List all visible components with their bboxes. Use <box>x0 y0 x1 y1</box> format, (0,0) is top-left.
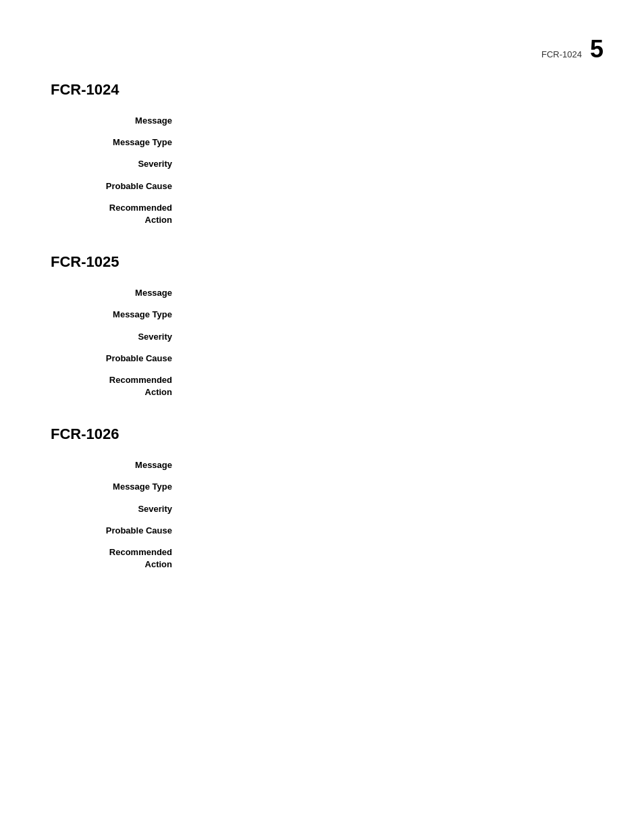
header-page-number: 5 <box>590 37 603 61</box>
header-code: FCR-1024 <box>541 49 582 59</box>
field-row-fcr-1024-3: Probable Cause <box>51 180 590 192</box>
entry-fcr-1026: FCR-1026MessageMessage TypeSeverityProba… <box>51 425 590 571</box>
field-row-fcr-1026-3: Probable Cause <box>51 525 590 537</box>
field-row-fcr-1026-2: Severity <box>51 503 590 515</box>
field-row-fcr-1026-4: RecommendedAction <box>51 546 590 571</box>
field-value-fcr-1024-2 <box>186 158 590 170</box>
entry-fcr-1025: FCR-1025MessageMessage TypeSeverityProba… <box>51 253 590 398</box>
field-row-fcr-1025-1: Message Type <box>51 309 590 321</box>
field-label-fcr-1024-3: Probable Cause <box>51 180 186 192</box>
field-value-fcr-1024-4 <box>186 202 590 226</box>
entry-title-fcr-1026: FCR-1026 <box>51 425 590 443</box>
field-label-fcr-1025-4: RecommendedAction <box>51 374 186 398</box>
field-row-fcr-1025-3: Probable Cause <box>51 353 590 365</box>
field-row-fcr-1024-4: RecommendedAction <box>51 202 590 226</box>
field-value-fcr-1025-0 <box>186 287 590 299</box>
field-row-fcr-1026-0: Message <box>51 459 590 471</box>
field-row-fcr-1025-0: Message <box>51 287 590 299</box>
field-value-fcr-1025-2 <box>186 331 590 343</box>
field-label-fcr-1024-1: Message Type <box>51 136 186 149</box>
field-label-fcr-1024-2: Severity <box>51 158 186 170</box>
field-label-fcr-1025-3: Probable Cause <box>51 353 186 365</box>
field-label-fcr-1025-1: Message Type <box>51 309 186 321</box>
field-value-fcr-1025-1 <box>186 309 590 321</box>
page-header: FCR-1024 5 <box>541 37 603 61</box>
field-row-fcr-1024-2: Severity <box>51 158 590 170</box>
field-value-fcr-1024-3 <box>186 180 590 192</box>
field-value-fcr-1024-0 <box>186 115 590 127</box>
field-label-fcr-1025-2: Severity <box>51 331 186 343</box>
entry-title-fcr-1025: FCR-1025 <box>51 253 590 271</box>
field-row-fcr-1025-2: Severity <box>51 331 590 343</box>
field-label-fcr-1026-4: RecommendedAction <box>51 546 186 571</box>
entry-fcr-1024: FCR-1024MessageMessage TypeSeverityProba… <box>51 81 590 226</box>
field-value-fcr-1025-3 <box>186 353 590 365</box>
field-value-fcr-1026-4 <box>186 546 590 571</box>
field-label-fcr-1024-0: Message <box>51 115 186 127</box>
main-content: FCR-1024MessageMessage TypeSeverityProba… <box>0 0 644 571</box>
field-row-fcr-1025-4: RecommendedAction <box>51 374 590 398</box>
field-value-fcr-1026-0 <box>186 459 590 471</box>
field-value-fcr-1026-3 <box>186 525 590 537</box>
field-label-fcr-1026-3: Probable Cause <box>51 525 186 537</box>
field-label-fcr-1026-1: Message Type <box>51 481 186 493</box>
field-value-fcr-1024-1 <box>186 136 590 149</box>
field-label-fcr-1025-0: Message <box>51 287 186 299</box>
field-value-fcr-1025-4 <box>186 374 590 398</box>
field-value-fcr-1026-2 <box>186 503 590 515</box>
field-label-fcr-1024-4: RecommendedAction <box>51 202 186 226</box>
field-row-fcr-1026-1: Message Type <box>51 481 590 493</box>
entry-title-fcr-1024: FCR-1024 <box>51 81 590 99</box>
field-row-fcr-1024-1: Message Type <box>51 136 590 149</box>
field-label-fcr-1026-2: Severity <box>51 503 186 515</box>
field-row-fcr-1024-0: Message <box>51 115 590 127</box>
field-label-fcr-1026-0: Message <box>51 459 186 471</box>
field-value-fcr-1026-1 <box>186 481 590 493</box>
